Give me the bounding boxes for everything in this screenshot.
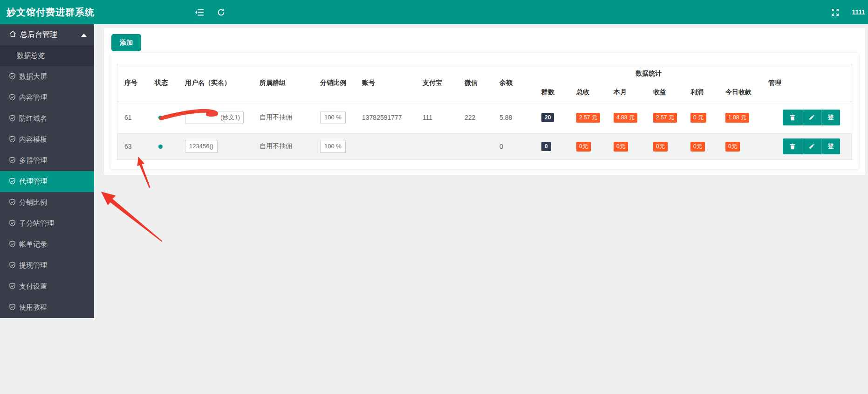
ratio-field[interactable]: 100 % [320, 140, 346, 153]
profit-badge: 0元 [690, 142, 705, 152]
cell-month: 4.88 元 [607, 102, 646, 133]
cell-status [148, 102, 178, 133]
delete-button[interactable] [783, 110, 802, 125]
sidebar-item-label: 子分站管理 [19, 219, 54, 228]
login-as-button[interactable]: 登 [821, 110, 840, 125]
sidebar-item-11[interactable]: 使用教程 [0, 297, 94, 318]
sidebar-item-label: 多群管理 [19, 156, 47, 165]
col-header-group: 所属群组 [253, 64, 313, 102]
sidebar-nav: 总后台管理 数据总览 数据大屏内容管理防红域名内容模板多群管理代理管理分销比例子… [0, 24, 94, 318]
shield-check-icon [9, 199, 16, 207]
sidebar-item-0[interactable]: 数据大屏 [0, 66, 94, 87]
cell-balance: 5.88 [492, 102, 534, 133]
cell-group: 自用不抽佣 [253, 133, 313, 159]
logged-in-user[interactable]: 1111 [851, 0, 866, 24]
cell-status [148, 133, 178, 159]
cell-group-count: 0 [534, 133, 569, 159]
today-badge: 1.08 元 [725, 113, 749, 123]
sidebar-item-10[interactable]: 支付设置 [0, 276, 94, 297]
cell-seq: 61 [117, 102, 148, 133]
col-header-seq: 序号 [117, 64, 148, 102]
col-header-month: 本月 [607, 83, 646, 102]
table-row: 63 123456() 自用不抽佣 100 % 0 0 0元 0元 0元 0元 [117, 133, 852, 159]
sidebar-item-2[interactable]: 防红域名 [0, 108, 94, 129]
cell-group-count: 20 [534, 102, 569, 133]
table-panel: 序号 状态 用户名（实名） 所属群组 分销比例 账号 支付宝 微信 余额 数据统… [110, 53, 859, 169]
cell-seq: 63 [117, 133, 148, 159]
shield-check-icon [9, 283, 16, 291]
col-header-wechat: 微信 [458, 64, 492, 102]
sidebar-item-label: 数据大屏 [19, 72, 47, 81]
shield-check-icon [9, 220, 16, 228]
sidebar-item-9[interactable]: 提现管理 [0, 255, 94, 276]
sidebar-item-label: 内容管理 [19, 93, 47, 102]
sidebar-item-6[interactable]: 分销比例 [0, 192, 94, 213]
chevron-up-icon [81, 34, 87, 37]
cell-username: (妙文1) [178, 102, 253, 133]
cell-today: 0元 [718, 133, 763, 159]
sidebar-item-label: 使用教程 [19, 303, 47, 312]
sidebar-item-label: 提现管理 [19, 261, 47, 270]
col-header-total-income: 总收 [569, 83, 607, 102]
cell-balance: 0 [492, 133, 534, 159]
sidebar-parent-label: 总后台管理 [20, 30, 57, 40]
col-header-account: 账号 [355, 64, 416, 102]
col-header-username: 用户名（实名） [178, 64, 253, 102]
fullscreen-icon[interactable] [830, 7, 840, 17]
sidebar-item-8[interactable]: 帐单记录 [0, 234, 94, 255]
cell-ratio: 100 % [313, 102, 355, 133]
top-header: 妙文馆付费进群系统 1111 [0, 0, 868, 24]
table-row: 61 (妙文1) 自用不抽佣 100 % 13782591777 111 222… [117, 102, 852, 133]
edit-button[interactable] [802, 138, 821, 154]
shield-check-icon [9, 262, 16, 270]
annotation-arrow-large [101, 192, 163, 242]
username-field[interactable]: 123456() [185, 140, 218, 153]
col-header-ratio: 分销比例 [313, 64, 355, 102]
total-badge: 2.57 元 [576, 113, 600, 123]
cell-month: 0元 [607, 133, 646, 159]
refresh-icon[interactable] [216, 7, 226, 17]
sidebar-item-5[interactable]: 代理管理 [0, 171, 94, 192]
profit-badge: 0 元 [690, 113, 706, 123]
username-field[interactable]: (妙文1) [185, 111, 244, 124]
shield-check-icon [9, 94, 16, 102]
shield-check-icon [9, 157, 16, 165]
ratio-field[interactable]: 100 % [320, 111, 346, 124]
income-badge: 0元 [653, 142, 668, 152]
sidebar-item-3[interactable]: 内容模板 [0, 129, 94, 150]
col-header-profit: 利润 [683, 83, 718, 102]
sidebar-parent-admin[interactable]: 总后台管理 [0, 24, 94, 45]
col-header-status: 状态 [148, 64, 178, 102]
cell-today: 1.08 元 [718, 102, 763, 133]
sidebar-item-4[interactable]: 多群管理 [0, 150, 94, 171]
edit-button[interactable] [802, 110, 821, 125]
delete-button[interactable] [783, 138, 802, 154]
cell-income: 0元 [646, 133, 683, 159]
cell-account: 13782591777 [355, 102, 416, 133]
cell-group: 自用不抽佣 [253, 102, 313, 133]
shield-check-icon [9, 304, 16, 312]
sidebar-item-label: 内容模板 [19, 135, 47, 144]
login-as-button[interactable]: 登 [821, 138, 840, 154]
group-count-badge: 20 [541, 113, 554, 122]
cell-manage: 登 [763, 133, 852, 159]
cell-income: 2.57 元 [646, 102, 683, 133]
cell-profit: 0 元 [683, 102, 718, 133]
add-button[interactable]: 添加 [111, 34, 141, 51]
status-dot [158, 116, 163, 120]
group-count-badge: 0 [541, 142, 551, 151]
col-group-statistics: 数据统计 [534, 64, 763, 83]
agent-table: 序号 状态 用户名（实名） 所属群组 分销比例 账号 支付宝 微信 余额 数据统… [117, 64, 852, 159]
sidebar-item-data-overview[interactable]: 数据总览 [0, 45, 94, 66]
cell-alipay: 111 [416, 102, 458, 133]
col-header-balance: 余额 [492, 64, 534, 102]
sidebar-sub-label: 数据总览 [17, 51, 45, 60]
app-title: 妙文馆付费进群系统 [7, 0, 95, 24]
sidebar-item-1[interactable]: 内容管理 [0, 87, 94, 108]
collapse-menu-icon[interactable] [195, 7, 204, 17]
sidebar-item-7[interactable]: 子分站管理 [0, 213, 94, 234]
agent-table-container: 序号 状态 用户名（实名） 所属群组 分销比例 账号 支付宝 微信 余额 数据统… [117, 64, 852, 160]
total-badge: 0元 [576, 142, 591, 152]
cell-profit: 0元 [683, 133, 718, 159]
shield-check-icon [9, 115, 16, 123]
